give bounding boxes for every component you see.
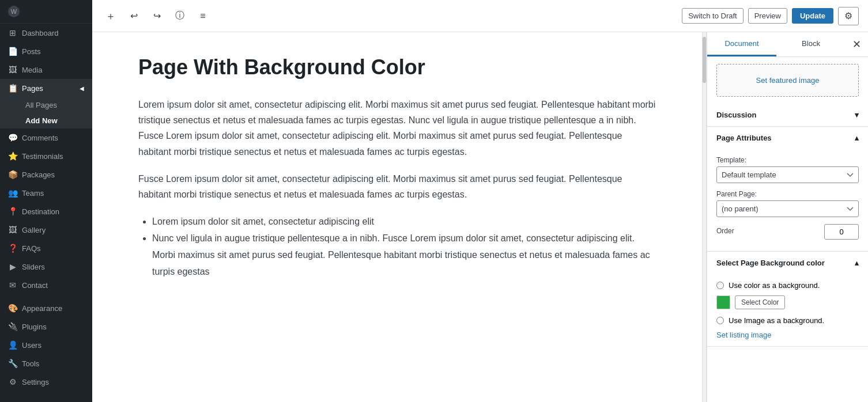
sidebar-item-gallery[interactable]: 🖼 Gallery xyxy=(0,221,92,239)
parent-page-select[interactable]: (no parent) xyxy=(716,200,859,217)
template-select[interactable]: Default template xyxy=(716,166,859,183)
destination-icon: 📍 xyxy=(8,207,17,216)
bg-color-section-header[interactable]: Select Page Background color ▴ xyxy=(707,252,868,274)
panel-close-button[interactable]: ✕ xyxy=(846,33,868,55)
page-body: Lorem ipsum dolor sit amet, consectetur … xyxy=(138,97,656,280)
discussion-section: Discussion ▾ xyxy=(707,104,868,127)
sidebar-item-faqs[interactable]: ❓ FAQs xyxy=(0,239,92,257)
info-button[interactable]: ⓘ xyxy=(171,7,189,25)
update-button[interactable]: Update xyxy=(792,8,833,24)
info-icon: ⓘ xyxy=(175,10,184,22)
sidebar-item-appearance[interactable]: 🎨 Appearance xyxy=(0,299,92,317)
bg-color-section-content: Use color as a background. Select Color … xyxy=(707,274,868,346)
body-paragraph-2: Fusce Lorem ipsum dolor sit amet, consec… xyxy=(138,171,656,202)
sidebar-item-plugins[interactable]: 🔌 Plugins xyxy=(0,317,92,336)
add-block-button[interactable]: ＋ xyxy=(101,7,120,25)
sidebar-item-contact[interactable]: ✉ Contact xyxy=(0,276,92,294)
set-listing-image-link[interactable]: Set listing image xyxy=(716,331,771,339)
sidebar-item-teams[interactable]: 👥 Teams xyxy=(0,184,92,202)
use-color-radio-row: Use color as a background. xyxy=(716,281,859,290)
pages-submenu: All Pages Add New xyxy=(0,97,92,128)
packages-icon: 📦 xyxy=(8,170,17,179)
sidebar-item-settings[interactable]: ⚙ Settings xyxy=(0,373,92,391)
sidebar-item-sliders[interactable]: ▶ Sliders xyxy=(0,257,92,276)
sidebar-item-destination[interactable]: 📍 Destination xyxy=(0,202,92,221)
template-label: Template: xyxy=(716,156,859,164)
use-color-label: Use color as a background. xyxy=(729,281,820,290)
page-attributes-content: Template: Default template Parent Page: … xyxy=(707,149,868,251)
main-area: ＋ ↩ ↪ ⓘ ≡ Switch to Draft Preview Update… xyxy=(92,0,868,402)
gallery-icon: 🖼 xyxy=(8,225,17,234)
sidebar-item-media[interactable]: 🖼 Media xyxy=(0,60,92,79)
faqs-icon: ❓ xyxy=(8,244,17,253)
users-icon: 👤 xyxy=(8,340,17,350)
sidebar-item-pages[interactable]: 📋 Pages ◀ xyxy=(0,79,92,97)
right-panel: Document Block ✕ Set featured image Disc… xyxy=(707,32,868,402)
undo-icon: ↩ xyxy=(130,10,138,21)
sidebar-logo: W xyxy=(0,0,92,24)
gear-icon: ⚙ xyxy=(844,10,852,21)
sliders-icon: ▶ xyxy=(8,262,17,271)
media-icon: 🖼 xyxy=(8,65,17,74)
sidebar-item-posts[interactable]: 📄 Posts xyxy=(0,42,92,60)
dashboard-icon: ⊞ xyxy=(8,28,17,37)
sidebar-item-users[interactable]: 👤 Users xyxy=(0,336,92,354)
sidebar-item-tools[interactable]: 🔧 Tools xyxy=(0,354,92,373)
pages-icon: 📋 xyxy=(8,84,17,93)
undo-button[interactable]: ↩ xyxy=(124,7,143,25)
use-color-radio[interactable] xyxy=(716,282,724,289)
body-list: Lorem ipsum dolor sit amet, consectetur … xyxy=(152,214,656,280)
page-title: Page With Background Color xyxy=(138,55,656,79)
sidebar-item-testimonials[interactable]: ⭐ Testimonials xyxy=(0,147,92,165)
appearance-icon: 🎨 xyxy=(8,304,17,313)
order-label: Order xyxy=(716,227,734,235)
use-image-label: Use Image as a background. xyxy=(729,316,824,325)
parent-page-label: Parent Page: xyxy=(716,190,859,198)
discussion-section-header[interactable]: Discussion ▾ xyxy=(707,104,868,126)
list-item-1: Lorem ipsum dolor sit amet, consectetur … xyxy=(152,214,656,230)
wordpress-logo: W xyxy=(8,6,20,17)
select-color-button[interactable]: Select Color xyxy=(735,295,785,309)
editor-toolbar: ＋ ↩ ↪ ⓘ ≡ Switch to Draft Preview Update… xyxy=(92,0,868,32)
use-image-radio[interactable] xyxy=(716,317,724,324)
bg-color-chevron-icon: ▴ xyxy=(855,259,859,267)
body-paragraph-1: Lorem ipsum dolor sit amet, consectetur … xyxy=(138,97,656,160)
tab-document[interactable]: Document xyxy=(707,32,776,56)
color-swatch xyxy=(716,295,730,309)
sidebar: W ⊞ Dashboard 📄 Posts 🖼 Media 📋 Pages ◀ … xyxy=(0,0,92,402)
page-attributes-section: Page Attributes ▴ Template: Default temp… xyxy=(707,127,868,252)
list-view-button[interactable]: ≡ xyxy=(194,7,212,25)
switch-to-draft-button[interactable]: Switch to Draft xyxy=(682,8,744,24)
redo-button[interactable]: ↪ xyxy=(148,7,166,25)
teams-icon: 👥 xyxy=(8,188,17,198)
order-input[interactable] xyxy=(824,224,859,240)
page-content-area[interactable]: Page With Background Color Lorem ipsum d… xyxy=(92,32,702,402)
sidebar-item-comments[interactable]: 💬 Comments xyxy=(0,128,92,147)
page-attributes-header[interactable]: Page Attributes ▴ xyxy=(707,127,868,149)
sidebar-sub-add-new[interactable]: Add New xyxy=(8,113,92,128)
redo-icon: ↪ xyxy=(153,10,161,21)
sidebar-sub-all-pages[interactable]: All Pages xyxy=(8,97,92,113)
sidebar-item-packages[interactable]: 📦 Packages xyxy=(0,165,92,184)
contact-icon: ✉ xyxy=(8,280,17,290)
comments-icon: 💬 xyxy=(8,133,17,142)
bg-color-section: Select Page Background color ▴ Use color… xyxy=(707,252,868,347)
preview-button[interactable]: Preview xyxy=(748,8,787,24)
settings-gear-button[interactable]: ⚙ xyxy=(838,7,859,25)
set-featured-image-button[interactable]: Set featured image xyxy=(716,64,859,97)
plugins-icon: 🔌 xyxy=(8,322,17,331)
sidebar-item-dashboard[interactable]: ⊞ Dashboard xyxy=(0,24,92,42)
settings-icon: ⚙ xyxy=(8,377,17,386)
page-attributes-chevron-icon: ▴ xyxy=(855,134,859,142)
add-icon: ＋ xyxy=(105,9,116,23)
pages-arrow: ◀ xyxy=(80,85,84,92)
tools-icon: 🔧 xyxy=(8,359,17,368)
posts-icon: 📄 xyxy=(8,47,17,56)
discussion-chevron-icon: ▾ xyxy=(855,111,859,119)
tab-block[interactable]: Block xyxy=(776,32,846,56)
testimonials-icon: ⭐ xyxy=(8,151,17,161)
scroll-divider xyxy=(702,32,707,402)
editor-area: Page With Background Color Lorem ipsum d… xyxy=(92,32,868,402)
order-row: Order xyxy=(716,224,859,240)
color-select-row: Select Color xyxy=(716,295,859,309)
